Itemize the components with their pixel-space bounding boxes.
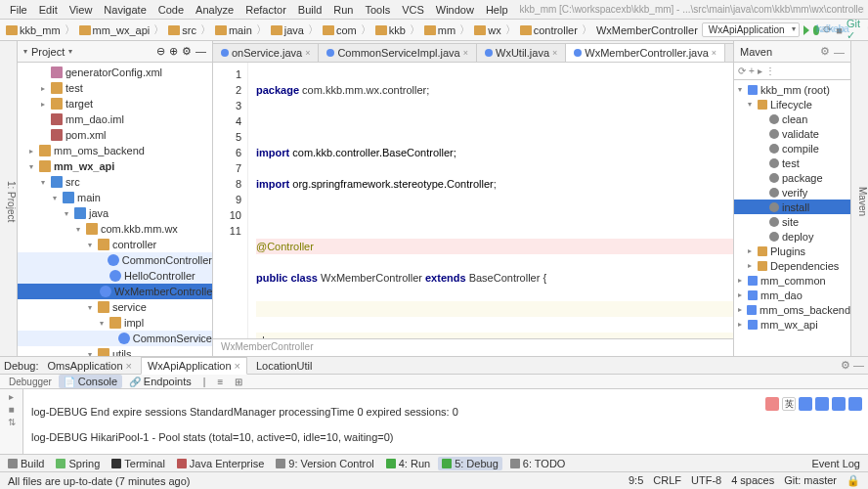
editor-tab[interactable]: onService.java×	[213, 43, 319, 62]
editor-breadcrumb[interactable]: WxMemberController	[213, 338, 733, 356]
breadcrumb[interactable]: mm	[422, 24, 457, 36]
lock-icon[interactable]: 🔒	[846, 474, 860, 487]
maven-tree[interactable]: ▾kkb_mm (root)▾Lifecyclecleanvalidatecom…	[734, 80, 850, 356]
tray-icon[interactable]	[832, 397, 846, 411]
maven-tree-row[interactable]: verify	[734, 185, 850, 200]
breadcrumb[interactable]: src	[166, 24, 198, 36]
todo-tab[interactable]: 6: TODO	[506, 457, 570, 470]
debugger-tab[interactable]: Debugger	[4, 376, 57, 388]
toolbar-icon[interactable]: ⋮	[765, 66, 775, 76]
code-body[interactable]: package package com.kkb.mm.wx.controller…	[248, 63, 733, 338]
spring-tab[interactable]: Spring	[52, 457, 104, 470]
rerun-icon[interactable]: ▸	[9, 391, 14, 402]
editor-tab[interactable]: CommonServiceImpl.java×	[319, 43, 477, 62]
git-icon[interactable]: Git ✓	[846, 18, 863, 42]
menu-edit[interactable]: Edit	[33, 2, 64, 18]
debug-tab[interactable]: WxApiApplication×	[141, 357, 247, 375]
tree-row[interactable]: ▾service	[18, 299, 212, 315]
caret-position[interactable]: 9:5	[629, 474, 643, 487]
debug-tab[interactable]: LocationUtil	[249, 357, 319, 375]
editor-tab[interactable]: pom.xml (mm_wx_api)×	[725, 43, 733, 62]
menu-analyze[interactable]: Analyze	[190, 2, 239, 18]
endpoints-tab[interactable]: 🔗 Endpoints	[124, 375, 196, 388]
code-editor[interactable]: 1234567891011 package package com.kkb.mm…	[213, 63, 733, 338]
maven-tree-row[interactable]: ▸Dependencies	[734, 258, 850, 273]
tree-row[interactable]: ▸test	[18, 80, 212, 96]
editor-tab[interactable]: WxUtil.java×	[477, 43, 566, 62]
maven-tree-row[interactable]: compile	[734, 141, 850, 156]
tree-row[interactable]: ▾com.kkb.mm.wx	[18, 221, 212, 237]
project-tool-tab[interactable]: 1: Project	[0, 41, 18, 356]
breadcrumb[interactable]: kkb	[373, 24, 408, 36]
console-tab[interactable]: 📄 Console	[59, 375, 122, 388]
maven-tool-tab[interactable]: Maven	[850, 41, 868, 356]
debug-icon[interactable]	[813, 25, 820, 35]
tree-row[interactable]: CommonController	[18, 252, 212, 268]
breadcrumb[interactable]: main	[213, 24, 254, 36]
terminal-tab[interactable]: Terminal	[108, 457, 169, 470]
plus-icon[interactable]: +	[749, 66, 755, 76]
tree-row[interactable]: HelloController	[18, 268, 212, 284]
hide-icon[interactable]: —	[195, 45, 206, 58]
run-icon[interactable]: ▸	[758, 66, 762, 76]
build-tab[interactable]: Build	[4, 457, 48, 470]
maven-tree-row[interactable]: ▸mm_oms_backend	[734, 302, 850, 317]
chevron-down-icon[interactable]: ▾	[23, 47, 27, 56]
expand-icon[interactable]: ⊕	[169, 45, 178, 58]
menu-help[interactable]: Help	[480, 2, 514, 18]
tree-row[interactable]: generatorConfig.xml	[18, 65, 212, 80]
maven-tree-row[interactable]: clean	[734, 111, 850, 126]
tree-row[interactable]: ▾java	[18, 205, 212, 221]
collapse-icon[interactable]: ⊖	[156, 45, 165, 58]
gear-icon[interactable]: ⚙	[182, 45, 192, 58]
maven-tree-row[interactable]: ▸mm_dao	[734, 288, 850, 302]
maven-tree-row[interactable]: deploy	[734, 229, 850, 244]
tree-row[interactable]: ▸mm_oms_backend	[18, 143, 212, 158]
tree-row[interactable]: ▾main	[18, 190, 212, 205]
maven-tree-row[interactable]: ▸mm_wx_api	[734, 317, 850, 332]
tray-icon[interactable]	[848, 397, 862, 411]
debug-tab[interactable]: OmsApplication×	[40, 357, 138, 375]
indent[interactable]: 4 spaces	[731, 474, 774, 487]
maven-tree-row[interactable]: site	[734, 214, 850, 229]
maven-tree-row[interactable]: ▾Lifecycle	[734, 97, 850, 111]
tray-icon[interactable]: 英	[782, 397, 796, 411]
tree-row[interactable]: WxMemberController	[18, 284, 212, 299]
toolbar-icon[interactable]: ⟳	[823, 23, 832, 36]
menu-navigate[interactable]: Navigate	[98, 2, 152, 18]
breadcrumb[interactable]: WxMemberController	[594, 24, 700, 36]
gear-icon[interactable]: ⚙ —	[841, 359, 864, 372]
hide-icon[interactable]: —	[834, 46, 845, 58]
tree-row[interactable]: ▸target	[18, 96, 212, 111]
tray-icon[interactable]	[765, 397, 779, 411]
maven-tree-row[interactable]: validate	[734, 126, 850, 141]
toolbar-icon[interactable]: ⊞	[230, 376, 247, 388]
vcs-tab[interactable]: 9: Version Control	[272, 457, 377, 470]
tree-row[interactable]: ▾controller	[18, 237, 212, 252]
git-branch[interactable]: Git: master	[784, 474, 837, 487]
menu-run[interactable]: Run	[327, 2, 359, 18]
menu-refactor[interactable]: Refactor	[239, 2, 292, 18]
toolbar-icon[interactable]: ≡	[212, 376, 228, 388]
tray-icon[interactable]	[799, 397, 812, 411]
tree-row[interactable]: ▾impl	[18, 315, 212, 331]
maven-tree-row[interactable]: install	[734, 200, 850, 214]
line-ending[interactable]: CRLF	[653, 474, 681, 487]
stop-icon[interactable]: ■	[8, 404, 14, 415]
tree-row[interactable]: CommonService	[18, 331, 212, 346]
gear-icon[interactable]: ⚙	[820, 45, 830, 58]
menu-view[interactable]: View	[64, 2, 99, 18]
maven-tree-row[interactable]: ▾kkb_mm (root)	[734, 82, 850, 97]
breadcrumb[interactable]: controller	[518, 24, 580, 36]
breadcrumb[interactable]: kkb_mm	[4, 24, 63, 36]
tree-row[interactable]: ▾src	[18, 174, 212, 190]
menu-file[interactable]: File	[4, 2, 33, 18]
breadcrumb[interactable]: java	[269, 24, 306, 36]
run-tab[interactable]: 4: Run	[382, 457, 434, 470]
breadcrumb[interactable]: com	[321, 24, 359, 36]
menu-code[interactable]: Code	[152, 2, 190, 18]
debug-tab[interactable]: 5: Debug	[438, 457, 502, 470]
maven-tree-row[interactable]: ▸Plugins	[734, 244, 850, 258]
menu-window[interactable]: Window	[430, 2, 480, 18]
menu-vcs[interactable]: VCS	[396, 2, 430, 18]
